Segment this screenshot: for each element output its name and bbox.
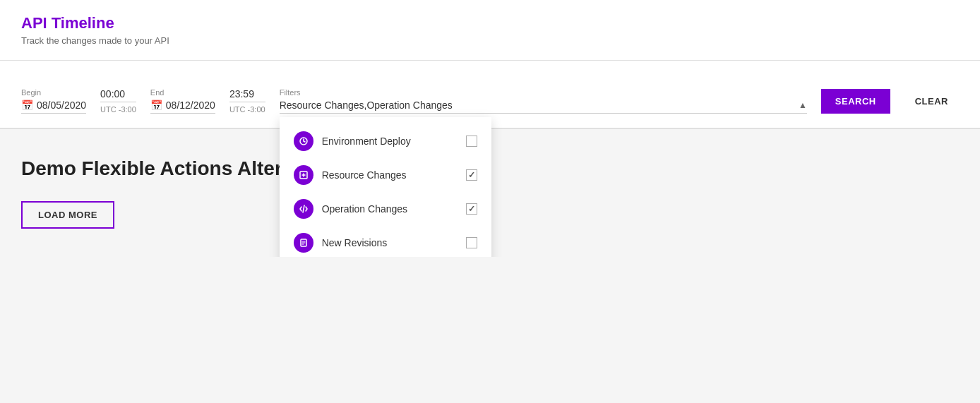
page-title: API Timeline <box>21 14 959 32</box>
begin-timezone: UTC -3:00 <box>100 105 136 114</box>
new-revisions-icon <box>294 233 313 253</box>
filter-item-environment-deploy[interactable]: Environment Deploy <box>280 124 491 158</box>
begin-time-value[interactable]: 00:00 <box>100 88 136 102</box>
filters-selected-text: Resource Changes,Operation Changes <box>280 100 453 111</box>
environment-deploy-icon <box>294 131 313 151</box>
checkbox-new-revisions[interactable] <box>466 237 477 248</box>
header-section: API Timeline Track the changes made to y… <box>0 0 980 61</box>
filter-item-resource-changes[interactable]: Resource Changes <box>280 158 491 192</box>
end-date-input[interactable]: 📅 08/12/2020 <box>150 100 215 114</box>
filters-dropdown-menu: Environment Deploy Resource Changes <box>280 117 491 257</box>
filter-label-resource-changes: Resource Changes <box>322 169 458 181</box>
checkbox-environment-deploy[interactable] <box>466 136 477 147</box>
filter-item-new-revisions[interactable]: New Revisions <box>280 226 491 257</box>
filter-section: Begin 📅 08/05/2020 00:00 UTC -3:00 End 📅… <box>0 61 980 129</box>
search-button[interactable]: SEARCH <box>821 89 890 114</box>
begin-time-group: 00:00 UTC -3:00 <box>100 75 136 114</box>
begin-calendar-icon: 📅 <box>21 100 33 111</box>
clear-button[interactable]: CLEAR <box>904 89 959 114</box>
resource-changes-icon <box>294 165 313 185</box>
filters-label: Filters <box>280 88 807 97</box>
end-date-group: End 📅 08/12/2020 <box>150 88 215 114</box>
load-more-button[interactable]: LOAD MORE <box>21 201 114 229</box>
begin-date-group: Begin 📅 08/05/2020 <box>21 88 86 114</box>
end-calendar-icon: 📅 <box>150 100 162 111</box>
filter-label-new-revisions: New Revisions <box>322 237 458 248</box>
checkbox-operation-changes[interactable] <box>466 203 477 215</box>
filters-selected-trigger[interactable]: Resource Changes,Operation Changes ▲ <box>280 100 807 114</box>
filters-dropdown-group: Filters Resource Changes,Operation Chang… <box>280 88 807 114</box>
end-date-value: 08/12/2020 <box>166 100 215 111</box>
filter-item-operation-changes[interactable]: Operation Changes <box>280 192 491 226</box>
filter-label-environment-deploy: Environment Deploy <box>322 136 458 147</box>
chevron-up-icon: ▲ <box>799 100 807 110</box>
end-timezone: UTC -3:00 <box>229 105 265 114</box>
page-subtitle: Track the changes made to your API <box>21 35 959 46</box>
filter-label-operation-changes: Operation Changes <box>322 203 458 215</box>
begin-date-value: 08/05/2020 <box>37 100 86 111</box>
begin-label: Begin <box>21 88 86 97</box>
end-label: End <box>150 88 215 97</box>
checkbox-resource-changes[interactable] <box>466 169 477 181</box>
end-time-group: 23:59 UTC -3:00 <box>229 75 265 114</box>
operation-changes-icon <box>294 199 313 219</box>
end-time-value[interactable]: 23:59 <box>229 88 265 102</box>
begin-date-input[interactable]: 📅 08/05/2020 <box>21 100 86 114</box>
